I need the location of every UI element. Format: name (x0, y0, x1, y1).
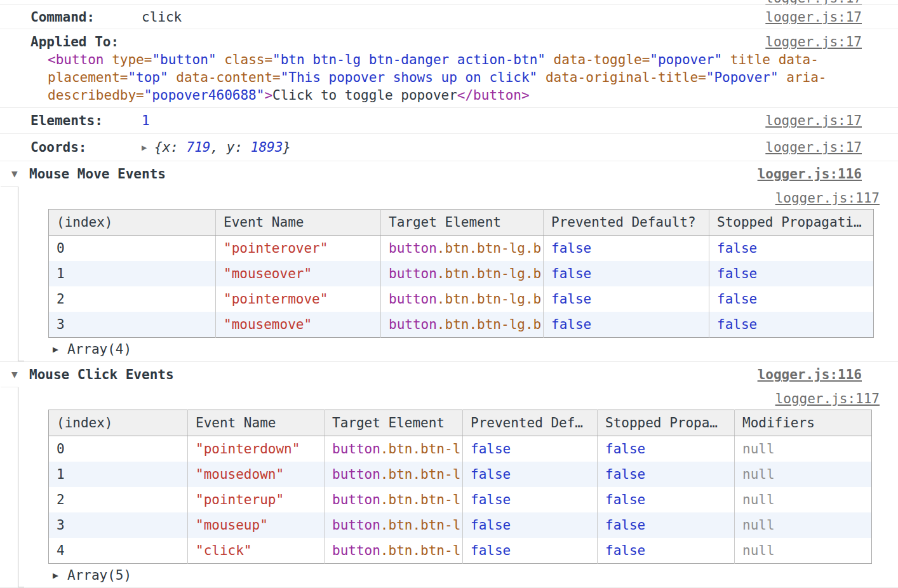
syntax-token: Click to toggle popover (272, 88, 457, 103)
source-link[interactable]: logger.js:17 (765, 138, 862, 156)
spacer (142, 33, 765, 51)
group-header[interactable]: ▼ Mouse Move Events logger.js:116 (0, 161, 898, 187)
table-cell: "mousemove" (216, 312, 381, 338)
syntax-token: {x: (154, 140, 187, 155)
table-cell: "mousedown" (188, 462, 325, 487)
table-header-cell[interactable]: (index) (49, 410, 188, 436)
table-header-cell[interactable]: Target Element (325, 410, 463, 436)
syntax-token: <button (48, 52, 104, 67)
table-header-cell[interactable]: Event Name (188, 410, 325, 436)
target-class-list: .btn.btn-lg.b (437, 317, 541, 332)
syntax-token: false (605, 543, 645, 558)
syntax-token: "click" (196, 543, 252, 558)
table-row: 1"mouseover"button.btn.btn-lg.bfalsefals… (49, 261, 874, 286)
expand-triangle-icon[interactable]: ▶ (53, 340, 67, 358)
table-cell: 0 (49, 236, 216, 262)
target-tag-name: button (389, 291, 437, 307)
syntax-token: </button> (457, 88, 530, 103)
table-cell: 3 (49, 512, 188, 538)
group-header[interactable]: ▼ Mouse Click Events logger.js:116 (0, 362, 898, 387)
syntax-token (546, 52, 554, 67)
syntax-token (537, 70, 546, 85)
table-cell: 1 (49, 261, 216, 286)
table-header-row: (index)Event NameTarget ElementPrevented… (49, 210, 874, 236)
table-header-cell[interactable]: Prevented Def… (463, 410, 598, 436)
collapse-triangle-icon[interactable]: ▼ (11, 165, 29, 183)
syntax-token: false (605, 441, 645, 457)
table-cell: "mouseover" (216, 261, 381, 286)
source-link[interactable]: logger.js:17 (765, 33, 862, 51)
syntax-token: null (742, 467, 775, 482)
syntax-token: "top" (128, 70, 168, 85)
syntax-token: false (551, 291, 591, 307)
array-preview-row[interactable]: ▶ Array(5) (18, 564, 898, 584)
table-cell: null (735, 487, 872, 512)
html-code-line: placement="top" data-content="This popov… (48, 69, 898, 86)
syntax-token: null (742, 543, 775, 558)
html-code-line: <button type="button" class="btn btn-lg … (48, 51, 898, 69)
table-cell: button.btn.btn-l (325, 436, 463, 462)
table-cell: false (544, 236, 709, 262)
syntax-token: false (471, 441, 511, 457)
html-code-block[interactable]: <button type="button" class="btn btn-lg … (0, 51, 898, 104)
object-preview[interactable]: {x: 719, y: 1893} (154, 138, 291, 156)
table-cell: "pointerover" (216, 236, 381, 262)
collapse-triangle-icon[interactable]: ▼ (11, 366, 29, 384)
table-cell: button.btn.btn-lg.b (381, 261, 544, 286)
array-label: Array(5) (67, 566, 131, 584)
expand-triangle-icon[interactable]: ▶ (142, 138, 154, 156)
syntax-token: 1 (57, 467, 65, 482)
table-cell: null (735, 538, 872, 564)
syntax-token: false (717, 317, 757, 332)
syntax-token: describedby= (48, 88, 144, 103)
table-header-cell[interactable]: Event Name (216, 210, 381, 236)
target-class-list: .btn.btn-lg.b (437, 241, 541, 256)
table-cell: "pointerup" (188, 487, 325, 512)
table-cell: false (598, 512, 735, 538)
table-header-cell[interactable]: Modifiers (735, 410, 872, 436)
table-header-cell[interactable]: (index) (49, 210, 216, 236)
array-preview-row[interactable]: ▶ Array(4) (18, 338, 898, 358)
expand-triangle-icon[interactable]: ▶ (53, 566, 67, 584)
table-cell: false (598, 538, 735, 564)
table-header-cell[interactable]: Stopped Propa… (598, 410, 735, 436)
html-code-line: describedby="popover460688">Click to tog… (48, 86, 898, 104)
syntax-token: false (551, 266, 591, 281)
syntax-token: "This popover shows up on click" (281, 70, 538, 85)
source-link[interactable]: logger.js:116 (758, 366, 862, 384)
table-cell: null (735, 512, 872, 538)
table-cell: false (598, 462, 735, 487)
source-link[interactable]: logger.js:17 (765, 8, 862, 26)
target-class-list: .btn.btn-l (380, 441, 460, 457)
target-tag-name: button (389, 266, 437, 281)
syntax-token: false (551, 317, 591, 332)
source-link[interactable]: logger.js:116 (758, 165, 862, 183)
syntax-token: null (742, 518, 775, 533)
syntax-token: 3 (57, 317, 65, 332)
syntax-token: "pointermove" (224, 291, 328, 307)
syntax-token: false (605, 492, 645, 507)
table-header-cell[interactable]: Stopped Propagati… (709, 210, 874, 236)
source-link[interactable]: logger.js:117 (775, 391, 880, 406)
source-link[interactable]: logger.js:17 (765, 112, 862, 130)
table-cell: null (735, 462, 872, 487)
syntax-token: false (717, 291, 757, 307)
console-table-container: (index)Event NameTarget ElementPrevented… (18, 410, 898, 564)
syntax-token: false (717, 241, 757, 256)
table-header-cell[interactable]: Prevented Default? (544, 210, 709, 236)
source-link[interactable]: logger.js:117 (775, 190, 880, 206)
syntax-token: false (471, 543, 511, 558)
table-header-cell[interactable]: Target Element (381, 210, 544, 236)
command-row: Command: click logger.js:17 (0, 5, 898, 29)
table-cell: 3 (49, 312, 216, 338)
target-tag-name: button (332, 492, 380, 507)
table-cell: false (544, 312, 709, 338)
source-link[interactable]: logger.js:17 (765, 0, 862, 5)
syntax-token: "pointerdown" (196, 441, 300, 457)
table-cell: false (463, 487, 598, 512)
table-cell: button.btn.btn-lg.b (381, 312, 544, 338)
table-cell: false (544, 261, 709, 286)
table-cell: false (598, 487, 735, 512)
syntax-token: false (605, 467, 645, 482)
syntax-token: "Popover" (706, 70, 779, 85)
